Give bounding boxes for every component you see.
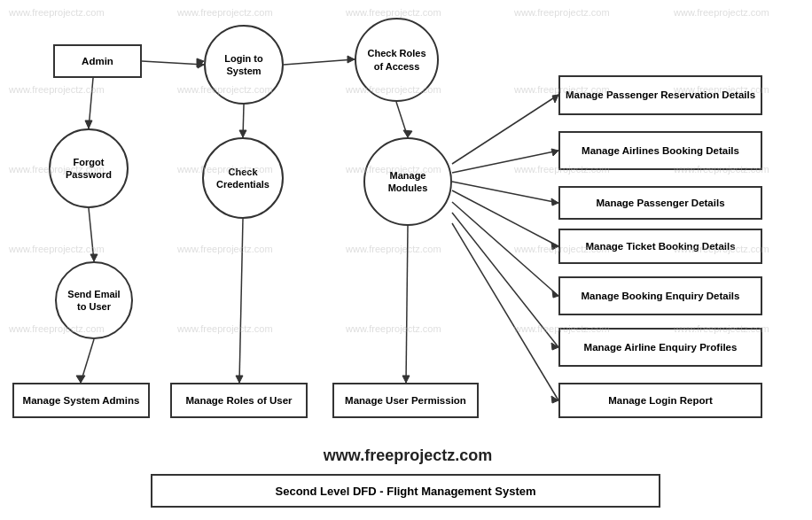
svg-marker-6: [347, 56, 355, 63]
svg-marker-16: [236, 376, 243, 383]
login: Login to System: [204, 25, 284, 105]
svg-line-17: [406, 226, 408, 383]
svg-marker-22: [551, 149, 558, 156]
manage-ticket: Manage Ticket Booking Details: [558, 229, 762, 264]
svg-marker-24: [551, 198, 558, 206]
svg-line-0: [142, 61, 204, 65]
svg-marker-28: [552, 291, 558, 298]
svg-line-27: [452, 202, 558, 296]
svg-line-31: [452, 223, 558, 400]
svg-marker-26: [551, 243, 558, 250]
svg-marker-1: [197, 58, 204, 67]
manage-login: Manage Login Report: [558, 383, 762, 418]
manage-passenger-det: Manage Passenger Details: [558, 186, 762, 220]
svg-line-25: [452, 190, 558, 246]
svg-line-13: [81, 339, 94, 383]
manage-booking-enq: Manage Booking Enquiry Details: [558, 276, 762, 315]
svg-marker-8: [239, 130, 246, 137]
send-email: Send Email to User: [55, 261, 133, 339]
svg-marker-14: [76, 376, 85, 383]
svg-line-23: [452, 182, 558, 203]
forgot: Forgot Password: [49, 128, 129, 208]
svg-line-15: [239, 219, 243, 383]
svg-line-21: [452, 151, 558, 173]
svg-marker-20: [552, 95, 558, 103]
svg-line-9: [396, 102, 408, 137]
svg-line-7: [243, 105, 244, 137]
check-cred: Check Credentials: [202, 137, 284, 219]
manage-airlines: Manage Airlines Booking Details: [558, 131, 762, 170]
svg-line-11: [89, 208, 94, 261]
manage-roles: Manage Roles of User: [170, 383, 308, 418]
diagram-container: AdminLogin to SystemCheck Roles of Acces…: [0, 0, 812, 520]
svg-marker-4: [85, 120, 92, 128]
svg-line-3: [89, 78, 93, 128]
svg-line-5: [284, 59, 355, 65]
website-label: www.freeprojectz.com: [248, 446, 567, 465]
svg-marker-12: [90, 254, 98, 261]
check-roles: Check Roles of Access: [355, 18, 439, 102]
manage-modules: Manage Modules: [363, 137, 452, 226]
svg-marker-18: [402, 376, 410, 383]
svg-line-29: [452, 213, 558, 347]
svg-marker-30: [551, 343, 558, 350]
manage-airline-enq: Manage Airline Enquiry Profiles: [558, 328, 762, 367]
svg-marker-10: [403, 130, 412, 137]
manage-passenger-res: Manage Passenger Reservation Details: [558, 75, 762, 115]
svg-marker-32: [551, 396, 558, 403]
admin: Admin: [53, 44, 142, 78]
svg-line-19: [452, 95, 558, 164]
svg-marker-2: [198, 61, 204, 68]
bottom-title: Second Level DFD - Flight Management Sys…: [151, 474, 660, 508]
manage-system-admins: Manage System Admins: [12, 383, 150, 418]
manage-user-perm: Manage User Permission: [332, 383, 479, 418]
